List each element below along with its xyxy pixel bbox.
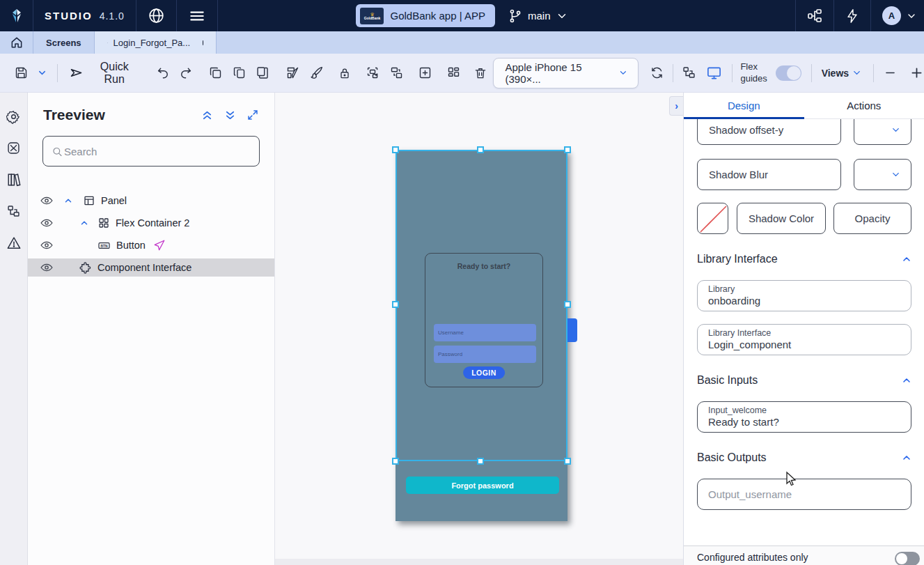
tree-row-button[interactable]: BTN Button [28,236,274,254]
save-button[interactable] [14,65,29,80]
basic-outputs-section-header[interactable]: Basic Outputs [697,451,912,464]
tab-login-forgot-page[interactable]: Login_Forgot_Pa... [95,31,217,54]
device-select[interactable]: Apple iPhone 15 (390×... [493,58,638,88]
views-dropdown[interactable]: Views [822,68,862,79]
shadow-offset-y-unit-select[interactable] [854,119,911,145]
resize-handle-bottom-left[interactable] [392,458,399,465]
quick-actions-button[interactable] [833,0,870,31]
settings-button[interactable] [6,109,21,124]
lock-button[interactable] [338,66,352,80]
resources-button[interactable] [6,141,21,155]
studio-logo[interactable] [0,0,33,31]
action-cursor-icon [153,239,166,251]
warnings-button[interactable] [6,235,22,251]
zoom-out-button[interactable] [884,66,897,79]
library-button[interactable] [6,172,22,187]
screen-icon [107,37,108,49]
forgot-password-button[interactable]: Forgot password [406,477,559,494]
shadow-blur-field[interactable]: Shadow Blur [697,159,841,190]
resize-handle-top-mid[interactable] [477,146,484,153]
redo-button[interactable] [179,66,193,80]
duplicate-button[interactable] [208,65,223,80]
tab-actions[interactable]: Actions [804,93,924,118]
save-options-button[interactable] [37,68,47,78]
resize-handle-bottom-right[interactable] [564,458,571,465]
knowledge-base-button[interactable] [795,0,833,31]
preview-monitor-button[interactable] [706,65,722,81]
tab-screens[interactable]: Screens [33,31,95,54]
opacity-button[interactable]: Opacity [833,203,911,234]
undo-button[interactable] [156,66,170,80]
tree-node-label: Component Interface [97,262,191,273]
tree-row-panel[interactable]: Panel [28,192,274,210]
tree-row-flex-container[interactable]: Flex Container 2 [28,214,274,232]
canvas-horizontal-scrollbar[interactable] [275,559,683,565]
username-field[interactable]: Username [434,324,536,341]
shadow-blur-unit-select[interactable] [854,159,911,190]
phone-mockup[interactable]: Ready to start? Username Password LOGIN … [396,150,567,521]
password-field[interactable]: Password [434,346,536,363]
tree-view-toggle-button[interactable] [682,65,696,80]
basic-inputs-section-header[interactable]: Basic Inputs [697,374,912,387]
tab-design[interactable]: Design [684,93,804,118]
main-menu-button[interactable] [177,0,218,31]
branch-selector[interactable]: main [508,8,568,24]
language-button[interactable] [136,0,177,31]
run-icon [69,65,84,81]
atom-box-icon [6,141,21,155]
shadow-offset-y-field[interactable]: Shadow offset-y [697,119,841,145]
visibility-eye-icon[interactable] [40,238,54,252]
add-container-button[interactable] [418,65,432,80]
shadow-color-swatch[interactable] [697,203,728,234]
welcome-text[interactable]: Ready to start? [425,262,542,270]
configured-attributes-toggle[interactable] [895,552,920,565]
library-field[interactable]: Library onboarding [697,280,911,311]
component-interface-icon [79,261,92,274]
expand-all-button[interactable] [224,109,237,122]
resize-handle-bottom-mid[interactable] [477,458,484,465]
collapse-node-button[interactable] [63,196,73,206]
library-interface-field[interactable]: Library Interface Login_component [697,324,911,355]
library-interface-section-header[interactable]: Library Interface [697,253,912,265]
screen-tab-bar: Screens Login_Forgot_Pa... [0,31,924,54]
search-input[interactable] [64,146,251,157]
group-button[interactable] [366,65,380,80]
home-button[interactable] [0,31,33,54]
visibility-eye-icon[interactable] [40,261,54,274]
input-welcome-field[interactable]: Input_welcome Ready to start? [697,401,911,433]
design-tokens-button[interactable] [285,65,300,80]
tree-row-component-interface[interactable]: Component Interface [28,258,274,277]
login-form-panel[interactable]: Ready to start? Username Password LOGIN [425,253,543,387]
quick-run-button[interactable]: Quick Run [69,61,139,86]
plus-icon [909,65,924,80]
flex-guides-toggle[interactable] [776,65,801,81]
resize-handle-mid-right[interactable] [564,301,571,308]
collapse-all-button[interactable] [201,109,214,122]
tree-node-label: Panel [101,195,127,206]
collapse-node-button[interactable] [79,218,89,228]
theme-brush-button[interactable] [309,65,324,80]
design-canvas[interactable]: Ready to start? Username Password LOGIN … [275,93,683,565]
delete-button[interactable] [473,66,487,80]
ungroup-button[interactable] [389,65,404,80]
screens-tree-button[interactable] [6,204,21,219]
visibility-eye-icon[interactable] [40,216,54,230]
resize-handle-mid-left[interactable] [392,301,399,308]
resize-handle-top-left[interactable] [392,146,399,153]
output-username-field[interactable]: Output_username [697,479,911,510]
selection-drag-tab[interactable] [567,318,577,342]
inspector-scroll-area[interactable]: Shadow offset-y Shadow Blur Shadow Color [684,119,924,545]
login-button[interactable]: LOGIN [463,366,505,379]
inspector-collapse-handle[interactable]: › [669,96,683,116]
shadow-color-button[interactable]: Shadow Color [737,203,826,234]
user-menu[interactable]: A [870,0,924,31]
copy-button[interactable] [232,65,246,80]
visibility-eye-icon[interactable] [40,194,54,208]
zoom-in-button[interactable] [909,65,924,80]
expand-panel-button[interactable] [246,109,259,122]
refresh-button[interactable] [650,65,664,80]
app-badge[interactable]: ♛ GoldBank GoldBank app | APP [356,4,495,27]
paste-button[interactable] [256,65,270,80]
layout-grid-button[interactable] [446,65,461,80]
resize-handle-top-right[interactable] [564,146,571,153]
